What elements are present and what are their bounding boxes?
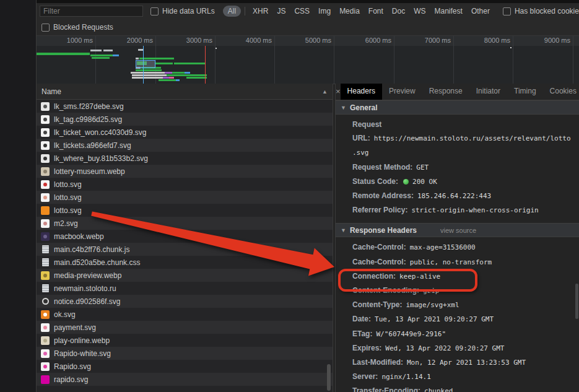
header-row: Request Method:GET [352,160,574,175]
hide-data-urls-checkbox[interactable] [150,7,159,15]
request-row[interactable]: main.d520a5be.chunk.css [37,256,333,269]
file-name: lottery-museum.webp [54,167,125,176]
name-column-header[interactable]: Name ▲ [37,84,333,100]
request-row[interactable]: payment.svg [37,321,333,334]
header-value: public, no-transform [410,258,492,266]
filter-xhr[interactable]: XHR [249,6,272,17]
file-name: m2.svg [54,219,78,228]
filter-doc[interactable]: Doc [388,6,409,17]
header-row: Date:Tue, 13 Apr 2021 09:20:27 GMT [352,312,574,326]
request-row[interactable]: macbook.webp [37,230,333,243]
file-preview-icon [41,362,50,371]
request-row[interactable]: lotto.svg [37,178,333,191]
filter-all[interactable]: All [223,6,241,17]
request-row[interactable]: play-online.webp [37,334,333,347]
header-name: Date: [352,315,371,323]
header-row: ETag:W/"607449e9-2916" [352,327,574,341]
close-icon[interactable]: × [336,84,341,100]
request-row[interactable]: lk_tickets.a966efd7.svg [37,139,333,152]
filter-input[interactable] [40,6,143,17]
filter-ws[interactable]: WS [410,6,429,17]
request-row[interactable]: lotto.svg [37,204,333,217]
filter-other[interactable]: Other [468,6,494,17]
waterfall-bar [165,72,172,74]
devtools-left-gutter [0,0,37,392]
sort-ascending-icon[interactable]: ▲ [322,89,328,95]
timeline-tick-label: 4000 ms [231,37,272,44]
waterfall-bar [186,77,207,79]
file-preview-icon [42,284,49,292]
has-blocked-cookies-checkbox[interactable] [503,7,511,15]
file-preview-dot [43,313,47,316]
header-row: Transfer-Encoding:chunked [352,384,574,392]
tab-timing[interactable]: Timing [507,84,543,100]
request-row[interactable]: lk_tag.c9986d25.svg [37,113,333,126]
waterfall-bar [176,79,180,81]
file-preview-icon [42,245,49,253]
filter-font[interactable]: Font [365,6,387,17]
request-row[interactable]: lk_ticket_won.cc4030d9.svg [37,126,333,139]
tab-headers[interactable]: Headers [341,84,382,100]
view-source-link[interactable]: view source [440,227,476,234]
filter-css[interactable]: CSS [290,6,313,17]
file-preview-dot [43,196,47,199]
tab-cookies[interactable]: Cookies [543,84,579,100]
waterfall-bar [169,77,174,79]
header-name: Request Method: [352,163,412,172]
request-row[interactable]: lk_where_buy.81b533b2.svg [37,152,333,165]
file-name: ok.svg [54,310,76,319]
blocked-requests-checkbox[interactable] [41,24,50,32]
file-name: lk_tag.c9986d25.svg [54,115,122,124]
request-row[interactable]: ok.svg [37,308,333,321]
section-header-response-headers[interactable]: ▼Response Headersview source [336,223,579,237]
waterfall-bar [90,50,102,51]
file-preview-icon [41,167,50,176]
blocked-requests-label: Blocked Requests [53,23,113,32]
file-preview-dot [43,118,47,121]
header-name: Last-Modified: [352,358,403,367]
filter-img[interactable]: Img [315,6,334,17]
request-row[interactable]: media-preview.webp [37,269,333,282]
timeline-gridline [394,36,394,84]
request-row[interactable]: Rapido.svg [37,360,333,373]
network-overview-waterfall[interactable]: 1000 ms2000 ms3000 ms4000 ms5000 ms6000 … [37,35,579,84]
request-row[interactable]: lotto.svg [37,191,333,204]
header-value: W/"607449e9-2916" [376,330,446,338]
request-row[interactable]: newmain.stoloto.ru [37,282,333,295]
header-row: Cache-Control:public, no-transform [352,255,574,269]
request-row[interactable]: lk_sms.f287debe.svg [37,100,333,113]
section-rows: Request URL:https://newmain.stoloto.ru/a… [336,115,579,223]
tab-response[interactable]: Response [422,84,469,100]
details-tabbar: × HeadersPreviewResponseInitiatorTimingC… [336,84,579,100]
list-scrollbar-thumb[interactable] [327,364,331,391]
hide-data-urls-label: Hide data URLs [162,7,215,15]
request-row[interactable]: lottery-museum.webp [37,165,333,178]
timeline-tick-label: 1000 ms [52,37,93,44]
filter-manifest[interactable]: Manifest [431,6,466,17]
request-row[interactable]: rapido.svg [37,373,333,386]
tab-initiator[interactable]: Initiator [469,84,507,100]
header-name: Status Code: [352,177,398,186]
request-row[interactable]: main.c4b2ff76.chunk.js [37,243,333,256]
filter-js[interactable]: JS [273,6,289,17]
section-header-general[interactable]: ▼General [336,100,579,115]
file-name: Rapido.svg [54,362,91,371]
request-details-panel: × HeadersPreviewResponseInitiatorTimingC… [335,84,579,392]
tab-preview[interactable]: Preview [382,84,422,100]
waterfall-selected-bar[interactable] [136,60,155,68]
network-toolbar: Hide data URLs AllXHRJSCSSImgMediaFontDo… [37,3,579,35]
request-row[interactable]: notice.d902586f.svg [37,295,333,308]
name-column-title: Name [41,87,61,96]
waterfall-dot [215,48,217,49]
header-row: Request URL:https://newmain.stoloto.ru/a… [352,118,574,160]
filter-media[interactable]: Media [336,6,364,17]
file-preview-icon [41,206,50,215]
request-row[interactable]: m2.svg [37,217,333,230]
file-preview-icon [41,115,50,124]
details-scrollbar-thumb[interactable] [575,284,578,319]
file-preview-dot [43,274,47,277]
request-row[interactable]: Rapido-white.svg [37,347,333,360]
waterfall-bar [167,74,207,76]
load-event-line [205,46,206,84]
header-row: Status Code:200 OK [352,175,574,189]
